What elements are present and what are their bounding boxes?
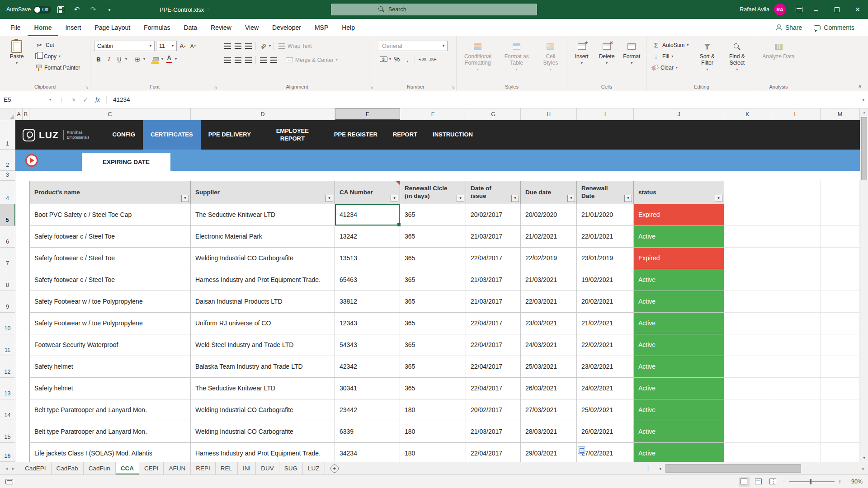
ribbon-tab-formulas[interactable]: Formulas (137, 19, 177, 36)
column-header-m[interactable]: M (821, 108, 860, 120)
name-box[interactable]: E5 ▾ (0, 91, 55, 108)
table-header-due-date[interactable]: Due date▾ (521, 181, 577, 204)
cell-J8[interactable]: Active (634, 269, 724, 291)
italic-button[interactable]: I (104, 55, 113, 64)
zoom-slider-thumb[interactable] (810, 479, 811, 484)
row-header-5[interactable]: 5 (0, 204, 15, 226)
wrap-text-button[interactable]: Wrap Text (277, 41, 314, 51)
row-header-15[interactable]: 15 (0, 421, 15, 443)
cell-I10[interactable]: 21/02/2021 (577, 313, 634, 334)
cell-J13[interactable]: Active (634, 378, 724, 399)
cell-F5[interactable]: 365 (400, 204, 466, 226)
table-header-renewall-date[interactable]: Renewall Date▾ (577, 181, 634, 204)
empty-cell[interactable] (821, 443, 860, 462)
cell-F13[interactable]: 365 (400, 378, 466, 399)
cell-E16[interactable]: 34234 (335, 443, 400, 462)
close-button[interactable]: × (847, 0, 868, 19)
ribbon-display-options-button[interactable] (792, 0, 806, 19)
vertical-scrollbar-thumb[interactable] (861, 117, 867, 180)
empty-cell[interactable] (771, 269, 821, 291)
empty-cell[interactable] (724, 334, 771, 356)
cell-H10[interactable]: 23/03/2021 (521, 313, 577, 334)
row-header-12[interactable]: 12 (0, 356, 15, 378)
cell-C11[interactable]: Footwear Security Waterproof (29, 334, 191, 356)
empty-cell[interactable] (724, 313, 771, 334)
empty-cell[interactable] (724, 226, 771, 248)
play-icon[interactable] (25, 154, 38, 167)
cell-D9[interactable]: Daisan Industrial Products LTD (191, 291, 335, 313)
empty-cell[interactable] (821, 399, 860, 421)
cell-H7[interactable]: 22/02/2019 (521, 248, 577, 269)
cell-H6[interactable]: 21/02/2021 (521, 226, 577, 248)
nav-tab-config[interactable]: CONFIG (104, 120, 143, 150)
cell-H12[interactable]: 25/03/2021 (521, 356, 577, 378)
cell-C12[interactable]: Safety helmet (29, 356, 191, 378)
sheet-tab-ini[interactable]: INI (238, 462, 256, 474)
clipboard-dialog-launcher[interactable]: ↘ (85, 85, 89, 89)
redo-button[interactable]: ↷ (86, 0, 100, 19)
cell-F9[interactable]: 365 (400, 291, 466, 313)
scroll-right-icon[interactable]: ▸ (859, 466, 868, 471)
empty-cell[interactable] (724, 248, 771, 269)
ribbon-tab-data[interactable]: Data (177, 19, 204, 36)
decrease-decimal-button[interactable]: .00▸ (428, 55, 437, 64)
filter-button-renewall-cicle-in-days[interactable]: ▾ (457, 195, 464, 202)
align-left-button[interactable] (223, 56, 232, 65)
sheet-tab-afun[interactable]: AFUN (164, 462, 191, 474)
cell-J10[interactable]: Active (634, 313, 724, 334)
cell-C8[interactable]: Safety footwear c / Steel Toe (29, 269, 191, 291)
cell-C7[interactable]: Safety footwear c / Steel Toe (29, 248, 191, 269)
cell-J15[interactable]: Active (634, 421, 724, 443)
cell-I9[interactable]: 20/02/2021 (577, 291, 634, 313)
zoom-slider[interactable] (789, 479, 835, 485)
cell-I15[interactable]: 26/02/2021 (577, 421, 634, 443)
search-bar[interactable]: Search (331, 4, 537, 15)
number-dialog-launcher[interactable]: ↘ (451, 85, 455, 89)
ribbon-tab-insert[interactable]: Insert (58, 19, 88, 36)
row-header-8[interactable]: 8 (0, 269, 15, 291)
empty-cell[interactable] (724, 181, 771, 204)
ribbon-tab-review[interactable]: Review (204, 19, 238, 36)
cell-H8[interactable]: 21/03/2021 (521, 269, 577, 291)
column-header-c[interactable]: C (29, 108, 191, 120)
empty-cell[interactable] (821, 334, 860, 356)
column-header-e[interactable]: E (335, 108, 400, 120)
minimize-button[interactable]: – (806, 0, 826, 19)
cell-J14[interactable]: Active (634, 399, 724, 421)
alignment-dialog-launcher[interactable]: ↘ (370, 85, 373, 89)
empty-cell[interactable] (821, 356, 860, 378)
tab-scroll-divider[interactable]: ⋮ (641, 462, 656, 474)
cell-C13[interactable]: Safety helmet (29, 378, 191, 399)
ribbon-tab-file[interactable]: File (4, 19, 28, 36)
cell-H9[interactable]: 22/03/2021 (521, 291, 577, 313)
cell-J12[interactable]: Active (634, 356, 724, 378)
increase-indent-button[interactable] (269, 56, 278, 65)
column-header-j[interactable]: J (634, 108, 724, 120)
zoom-in-button[interactable]: + (838, 478, 842, 485)
column-header-f[interactable]: F (400, 108, 466, 120)
sort-filter-button[interactable]: Sort & Filter ▾ (694, 39, 720, 82)
cell-F15[interactable]: 180 (400, 421, 466, 443)
clear-button[interactable]: Clear▾ (650, 62, 690, 73)
vertical-scrollbar[interactable]: ▴ ▾ (860, 108, 868, 462)
table-header-product-s-name[interactable]: Product's name▾ (29, 181, 191, 204)
empty-cell[interactable] (724, 204, 771, 226)
row-header-4[interactable]: 4 (0, 181, 15, 204)
cell-J5[interactable]: Expired (634, 204, 724, 226)
borders-button[interactable]: ⊞ (133, 55, 142, 64)
sheet-tab-rel[interactable]: REL (216, 462, 238, 474)
empty-cell[interactable] (821, 291, 860, 313)
cell-G7[interactable]: 22/04/2017 (466, 248, 521, 269)
ribbon-tab-page-layout[interactable]: Page Layout (88, 19, 137, 36)
bold-button[interactable]: B (94, 55, 103, 64)
cancel-icon[interactable]: × (68, 96, 79, 103)
cell-G16[interactable]: 22/04/2017 (466, 443, 521, 462)
filter-button-product-s-name[interactable]: ▾ (181, 195, 189, 202)
row-header-6[interactable]: 6 (0, 226, 15, 248)
find-select-button[interactable]: Find & Select ▾ (724, 39, 750, 82)
maximize-button[interactable] (826, 0, 847, 19)
increase-decimal-button[interactable]: ◂.00 (418, 55, 427, 64)
row-header-14[interactable]: 14 (0, 399, 15, 421)
sheet-tab-cca[interactable]: CCA (116, 462, 139, 474)
sheet-tab-sug[interactable]: SUG (279, 462, 303, 474)
